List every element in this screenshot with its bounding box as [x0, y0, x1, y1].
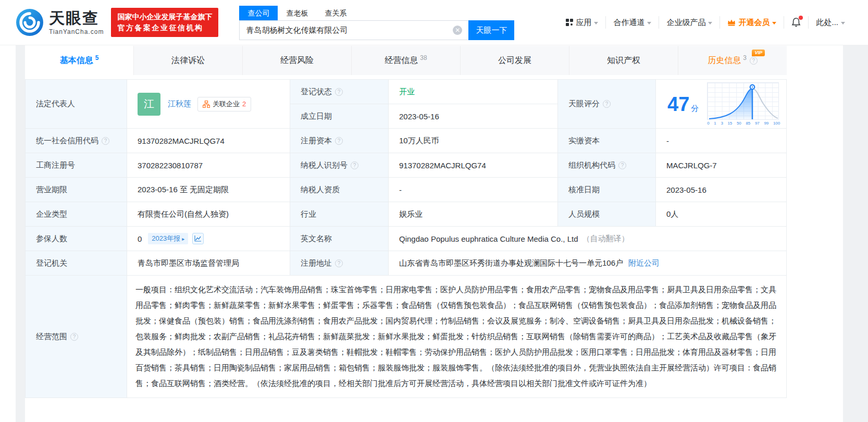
label-taxpayer-qualification: 纳税人资质 — [290, 178, 389, 202]
value-staff-size: 0人 — [656, 202, 786, 227]
help-icon[interactable] — [335, 88, 343, 96]
tab-company-development[interactable]: 公司发展 — [460, 46, 569, 75]
label-establish-date: 成立日期 — [290, 104, 389, 129]
page-gutter-left — [16, 45, 25, 422]
label-company-type: 企业类型 — [26, 202, 127, 227]
value-establish-date: 2023-05-16 — [389, 104, 558, 129]
value-english-name: Qingdao Populus euphratica Culture Media… — [389, 227, 786, 251]
value-legal-representative: 江 江秋莲 关联企业 2 — [127, 80, 290, 129]
chevron-down-icon — [708, 22, 712, 24]
label-insured-count: 参保人数 — [26, 227, 127, 251]
chevron-down-icon — [594, 22, 598, 24]
crown-icon — [727, 19, 736, 26]
tab-label: 基本信息 — [60, 55, 93, 66]
score-axis-tick: 1 — [714, 121, 716, 126]
nav-enterprise-products[interactable]: 企业级产品 — [659, 16, 720, 29]
tab-count: 5 — [95, 54, 99, 61]
tab-basic-info[interactable]: 基本信息 5 — [25, 46, 133, 75]
help-icon[interactable] — [750, 57, 758, 65]
tab-count: 3 — [743, 54, 747, 61]
help-icon[interactable] — [351, 162, 358, 169]
score-axis-tick: 97 — [755, 121, 760, 126]
annual-report-badge[interactable]: 2023年报 — [148, 233, 188, 244]
label-registry-authority: 登记机关 — [26, 251, 127, 276]
score-axis-tick: 50 — [737, 121, 741, 126]
nav-partner-channel[interactable]: 合作通道 — [605, 16, 659, 29]
legal-representative-link[interactable]: 江秋莲 — [168, 99, 191, 109]
label-tianyan-score: 天眼评分 — [558, 80, 656, 129]
label-organization-code: 组织机构代码 — [558, 153, 656, 178]
company-search-input[interactable] — [239, 20, 468, 40]
value-industry: 娱乐业 — [389, 202, 558, 227]
related-companies-label: 关联企业 — [213, 100, 240, 109]
label-paid-in-capital: 实缴资本 — [558, 129, 656, 153]
score-axis-tick: 3 — [721, 121, 723, 126]
tab-count: 38 — [420, 54, 427, 61]
nav-partner-label: 合作通道 — [613, 18, 644, 28]
value-tianyan-score: 47分 0131 — [656, 80, 786, 129]
label-registered-capital: 注册资本 — [290, 129, 389, 153]
trend-chart-icon[interactable] — [192, 233, 204, 244]
search-block: 查公司 查老板 查关系 ✕ 天眼一下 — [239, 5, 514, 40]
tab-label: 法律诉讼 — [171, 55, 205, 66]
nav-account-label: 此处... — [816, 18, 838, 28]
chevron-down-icon — [772, 22, 776, 24]
chevron-down-icon — [647, 22, 651, 24]
search-button[interactable]: 天眼一下 — [468, 20, 514, 40]
auto-translate-note: （自动翻译） — [582, 234, 629, 244]
related-companies-badge[interactable]: 关联企业 2 — [197, 97, 251, 111]
nav-open-vip[interactable]: 开通会员 — [720, 16, 784, 29]
tab-business-info[interactable]: 经营信息 38 — [351, 46, 460, 75]
help-icon[interactable] — [618, 162, 626, 169]
help-icon[interactable] — [335, 259, 343, 267]
value-insured-count: 0 2023年报 — [127, 227, 290, 251]
label-registration-number: 工商注册号 — [26, 153, 127, 178]
search-tab-relation[interactable]: 查关系 — [316, 6, 355, 20]
tab-label: 公司发展 — [498, 55, 531, 66]
section-tabs: 基本信息 5 法律诉讼 经营风险 经营信息 38 公司发展 知识产权 VIP 历… — [25, 46, 787, 75]
label-approval-date: 核准日期 — [558, 178, 656, 202]
value-registry-authority: 青岛市即墨区市场监督管理局 — [127, 251, 290, 276]
label-legal-representative: 法定代表人 — [26, 80, 127, 129]
label-staff-size: 人员规模 — [558, 202, 656, 227]
tab-business-risk[interactable]: 经营风险 — [242, 46, 351, 75]
tab-history-info[interactable]: VIP 历史信息 3 — [678, 46, 787, 75]
apps-grid-icon — [566, 19, 573, 26]
score-axis-tick: 100 — [773, 121, 780, 126]
tianyancha-logo[interactable]: 天眼查 TianYanCha.com — [16, 8, 104, 36]
label-business-term: 营业期限 — [26, 178, 127, 202]
brand-domain: TianYanCha.com — [49, 29, 104, 35]
nearby-companies-link[interactable]: 附近公司 — [628, 258, 660, 268]
nav-apps[interactable]: 应用 — [559, 16, 605, 29]
value-business-scope: 一般项目：组织文化艺术交流活动；汽车装饰用品销售；珠宝首饰零售；日用家电零售；医… — [127, 276, 786, 398]
value-credit-code: 91370282MACJRLQG74 — [127, 129, 290, 153]
score-axis-tick: 0 — [707, 121, 709, 126]
top-bar: 天眼查 TianYanCha.com 国家中小企业发展子基金旗下 官方备案企业征… — [0, 0, 868, 45]
tab-label: 经营风险 — [280, 55, 314, 66]
value-organization-code: MACJRLQG-7 — [656, 153, 786, 178]
nav-account[interactable]: 此处... — [808, 16, 852, 29]
label-credit-code: 统一社会信用代码 — [26, 129, 127, 153]
help-icon[interactable] — [102, 137, 109, 145]
score-number: 47分 — [667, 94, 699, 114]
value-registered-address: 山东省青岛市即墨区环秀街道办事处观澜国际十七号一单元106户 附近公司 — [389, 251, 786, 276]
tab-label: 经营信息 — [385, 55, 418, 66]
help-icon[interactable] — [603, 100, 611, 108]
top-nav: 应用 合作通道 企业级产品 开通会员 — [559, 16, 852, 29]
company-info-table: 法定代表人 江 江秋莲 关联企业 2 登记状态 开业 成立日期 2023-05-… — [25, 79, 787, 398]
nav-notifications[interactable] — [784, 16, 808, 29]
vip-badge: VIP — [752, 49, 765, 56]
search-tab-boss[interactable]: 查老板 — [278, 6, 316, 20]
value-business-term: 2023-05-16 至 无固定期限 — [127, 178, 290, 202]
notification-dot — [799, 16, 803, 20]
tab-legal-proceedings[interactable]: 法律诉讼 — [133, 46, 242, 75]
tab-intellectual-property[interactable]: 知识产权 — [569, 46, 678, 75]
value-taxpayer-id: 91370282MACJRLQG74 — [389, 153, 558, 178]
status-badge: 开业 — [399, 87, 415, 97]
help-icon[interactable] — [335, 137, 343, 145]
nav-apps-label: 应用 — [576, 18, 591, 28]
search-tab-company[interactable]: 查公司 — [239, 6, 278, 20]
help-icon[interactable] — [70, 333, 78, 341]
label-industry: 行业 — [290, 202, 389, 227]
page-gutter-right — [843, 45, 868, 422]
